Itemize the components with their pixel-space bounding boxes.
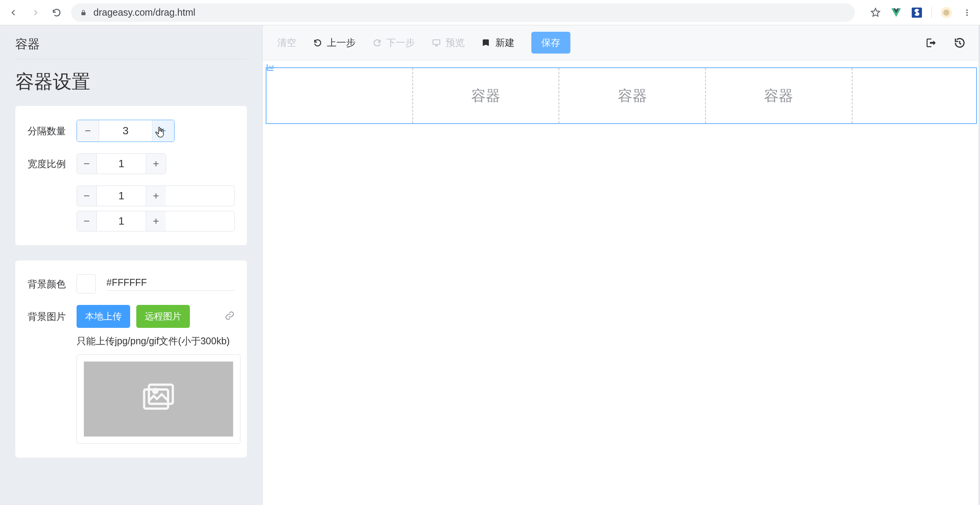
star-icon[interactable]: [869, 7, 882, 19]
width-ratio-3-stepper: − 1 +: [77, 211, 235, 231]
ratio-2-value[interactable]: 1: [97, 186, 146, 206]
split-count-increase[interactable]: +: [152, 120, 174, 142]
split-count-decrease[interactable]: −: [77, 120, 99, 142]
monitor-icon: [432, 38, 441, 47]
page-title-big: 容器设置: [15, 69, 247, 94]
sidebar: 容器 容器设置 分隔数量 − 3 + 宽度比例 − 1 +: [0, 25, 262, 505]
split-count-label: 分隔数量: [28, 125, 77, 137]
link-icon[interactable]: [225, 311, 235, 322]
browser-chrome: drageasy.com/drag.html: [0, 0, 980, 25]
app-root: 容器 容器设置 分隔数量 − 3 + 宽度比例 − 1 +: [0, 25, 980, 505]
toolbar: 清空 上一步 下一步 预览 新建 保存: [263, 25, 980, 60]
width-ratio-2-stepper: − 1 +: [77, 186, 235, 206]
container-outline[interactable]: 容器 容器 容器: [266, 67, 977, 124]
export-button[interactable]: [926, 37, 937, 49]
back-button[interactable]: [7, 6, 21, 20]
redo-button[interactable]: 下一步: [372, 36, 415, 49]
canvas-column-5[interactable]: [853, 68, 977, 123]
right-gutter: [978, 25, 980, 505]
book-icon: [482, 38, 491, 47]
ratio-3-decrease[interactable]: −: [77, 211, 97, 231]
save-button[interactable]: 保存: [531, 32, 570, 54]
svg-point-2: [943, 10, 949, 16]
canvas-column-2[interactable]: 容器: [413, 68, 560, 123]
svg-point-8: [153, 389, 157, 393]
layout-panel: 分隔数量 − 3 + 宽度比例 − 1 + − 1 +: [15, 106, 247, 245]
clear-button[interactable]: 清空: [277, 36, 296, 49]
address-bar[interactable]: drageasy.com/drag.html: [71, 3, 855, 22]
bg-color-label: 背景颜色: [28, 278, 77, 290]
redo-icon: [372, 38, 382, 47]
arrow-right-icon: [30, 8, 40, 18]
url-text: drageasy.com/drag.html: [93, 7, 195, 18]
export-icon: [926, 37, 937, 49]
profile-avatar[interactable]: [940, 7, 952, 19]
page-title-small: 容器: [15, 36, 247, 59]
svg-point-4: [966, 11, 968, 13]
ratio-1-increase[interactable]: +: [146, 154, 166, 174]
undo-icon: [313, 38, 322, 47]
bg-color-hex[interactable]: #FFFFFF: [106, 277, 235, 291]
browser-actions: [862, 7, 973, 19]
undo-button[interactable]: 上一步: [313, 36, 356, 49]
new-button[interactable]: 新建: [482, 36, 514, 49]
upload-local-button[interactable]: 本地上传: [77, 305, 130, 328]
history-icon: [954, 37, 965, 49]
chart-icon[interactable]: [266, 63, 275, 73]
canvas[interactable]: 容器 容器 容器: [263, 60, 980, 505]
remote-image-button[interactable]: 远程图片: [136, 305, 190, 328]
appearance-panel: 背景颜色 #FFFFFF 背景图片 本地上传 远程图片 只能上传jpg/png/…: [15, 261, 247, 458]
canvas-column-4[interactable]: 容器: [706, 68, 853, 123]
preview-button[interactable]: 预览: [432, 36, 465, 49]
split-count-stepper: − 3 +: [77, 120, 175, 142]
lock-icon: [80, 9, 87, 16]
ratio-1-value[interactable]: 1: [97, 154, 146, 174]
history-button[interactable]: [954, 37, 965, 49]
main-area: 清空 上一步 下一步 预览 新建 保存: [262, 25, 980, 505]
vue-extension-icon[interactable]: [890, 7, 902, 19]
ratio-3-value[interactable]: 1: [97, 211, 146, 231]
svg-point-3: [966, 9, 968, 11]
ratio-3-increase[interactable]: +: [146, 211, 166, 231]
width-ratio-1-stepper: − 1 +: [77, 153, 166, 174]
image-placeholder-icon: [84, 362, 233, 437]
image-preview-box[interactable]: [77, 354, 240, 444]
upload-hint: 只能上传jpg/png/gif文件(小于300kb): [77, 335, 235, 347]
ratio-1-decrease[interactable]: −: [77, 154, 97, 174]
svg-point-5: [966, 14, 968, 16]
split-count-value[interactable]: 3: [99, 120, 152, 142]
reload-icon: [52, 8, 62, 18]
canvas-column-1[interactable]: [266, 68, 413, 123]
arrow-left-icon: [9, 8, 19, 18]
canvas-column-3[interactable]: 容器: [559, 68, 706, 123]
s-extension-icon[interactable]: [911, 7, 923, 19]
ratio-2-increase[interactable]: +: [146, 186, 166, 206]
width-ratio-label: 宽度比例: [28, 158, 77, 170]
chrome-menu-icon[interactable]: [961, 7, 973, 19]
bg-color-swatch[interactable]: [77, 274, 96, 293]
bg-image-label: 背景图片: [28, 310, 77, 323]
ratio-2-decrease[interactable]: −: [77, 186, 97, 206]
forward-button[interactable]: [28, 6, 42, 20]
svg-rect-9: [433, 40, 440, 44]
reload-button[interactable]: [50, 6, 64, 20]
